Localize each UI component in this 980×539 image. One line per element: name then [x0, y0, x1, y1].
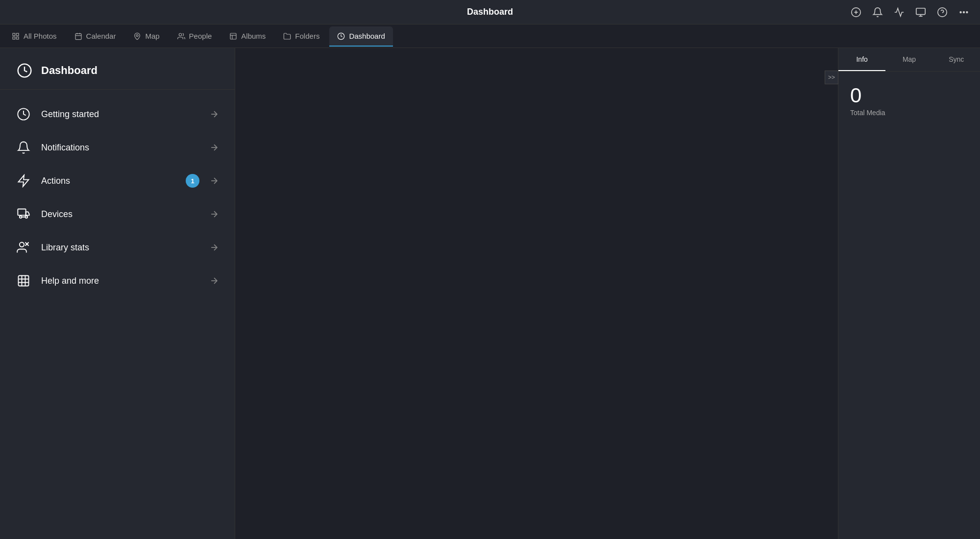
svg-rect-21 [230, 33, 236, 39]
svg-rect-11 [13, 33, 15, 36]
library-stats-icon [16, 240, 31, 255]
devices-label: Devices [41, 209, 199, 220]
sidebar-header: Dashboard [0, 48, 235, 90]
sidebar-item-devices[interactable]: Devices [0, 197, 235, 231]
actions-badge: 1 [186, 174, 199, 188]
actions-arrow [209, 176, 219, 186]
tab-dashboard[interactable]: Dashboard [329, 26, 392, 46]
svg-rect-3 [916, 8, 925, 14]
svg-point-30 [20, 216, 22, 219]
sidebar-item-notifications[interactable]: Notifications [0, 131, 235, 164]
sidebar: Dashboard Getting started Notifications [0, 48, 235, 539]
help-and-more-arrow [209, 276, 219, 286]
svg-point-19 [136, 34, 138, 36]
title-bar: Dashboard [0, 0, 980, 24]
svg-point-10 [966, 11, 968, 13]
tab-people[interactable]: People [170, 26, 220, 46]
library-stats-label: Library stats [41, 243, 199, 253]
svg-rect-12 [16, 33, 19, 36]
library-stats-arrow [209, 243, 219, 252]
content-area [235, 48, 838, 539]
help-icon[interactable] [936, 6, 949, 19]
tab-sync[interactable]: Sync [933, 48, 980, 71]
title-bar-title: Dashboard [467, 7, 513, 17]
svg-point-20 [179, 33, 181, 36]
help-and-more-label: Help and more [41, 276, 199, 286]
right-panel: >> Info Map Sync 0 Total Media [838, 48, 980, 539]
sidebar-items: Getting started Notifications [0, 90, 235, 305]
getting-started-icon [16, 106, 31, 122]
svg-point-6 [938, 7, 947, 16]
panel-toggle[interactable]: >> [825, 71, 838, 84]
dashboard-icon [16, 62, 33, 79]
svg-rect-14 [16, 37, 19, 39]
actions-icon [16, 173, 31, 189]
svg-point-31 [25, 216, 28, 219]
svg-rect-29 [18, 209, 25, 216]
help-and-more-icon [16, 273, 31, 289]
tab-calendar[interactable]: Calendar [67, 26, 124, 46]
sidebar-item-library-stats[interactable]: Library stats [0, 231, 235, 264]
tab-map-panel[interactable]: Map [885, 48, 932, 71]
more-icon[interactable] [957, 6, 970, 19]
svg-rect-37 [19, 276, 29, 286]
svg-point-8 [960, 11, 961, 13]
svg-point-9 [963, 11, 965, 13]
svg-point-33 [20, 243, 24, 247]
sidebar-item-getting-started[interactable]: Getting started [0, 98, 235, 131]
activity-icon[interactable] [893, 6, 906, 19]
right-panel-tabs: Info Map Sync [838, 48, 980, 72]
sidebar-title: Dashboard [41, 64, 98, 77]
tab-all-photos[interactable]: All Photos [4, 26, 65, 46]
main-layout: Dashboard Getting started Notifications [0, 48, 980, 539]
total-media-count: 0 [850, 85, 968, 106]
svg-rect-13 [13, 37, 15, 39]
svg-rect-15 [75, 33, 81, 39]
tab-albums[interactable]: Albums [221, 26, 273, 46]
total-media-label: Total Media [850, 109, 968, 117]
actions-label: Actions [41, 176, 176, 186]
tab-info[interactable]: Info [838, 48, 885, 71]
tab-folders[interactable]: Folders [275, 26, 327, 46]
getting-started-arrow [209, 109, 219, 119]
getting-started-label: Getting started [41, 109, 199, 120]
right-panel-content: 0 Total Media [838, 72, 980, 130]
add-icon[interactable] [850, 6, 862, 19]
devices-arrow [209, 209, 219, 219]
sidebar-item-help[interactable]: Help and more [0, 264, 235, 297]
notifications-icon [16, 140, 31, 155]
screen-icon[interactable] [914, 6, 927, 19]
tab-map[interactable]: Map [125, 26, 167, 46]
notifications-arrow [209, 143, 219, 152]
devices-icon [16, 206, 31, 222]
nav-tabs: All Photos Calendar Map People Albums Fo… [0, 24, 980, 48]
sidebar-item-actions[interactable]: Actions 1 [0, 164, 235, 197]
notifications-label: Notifications [41, 143, 199, 153]
bell-icon[interactable] [871, 6, 884, 19]
title-bar-controls [850, 6, 970, 19]
